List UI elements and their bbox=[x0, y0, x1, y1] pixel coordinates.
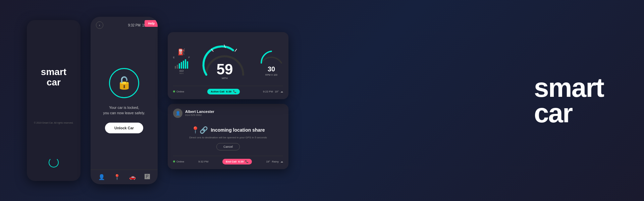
status-right: 9:22 PM 19° ☁ bbox=[263, 90, 283, 93]
fuel-label-e: E bbox=[173, 56, 175, 59]
location-subtitle: Direct ons to destination will be opened… bbox=[189, 136, 267, 139]
end-call-button[interactable]: End Call 6:39 📞 bbox=[222, 159, 252, 164]
rpm-arc bbox=[260, 46, 283, 65]
location-status: Online 9:32 PM End Call 6:39 📞 19° Rainy… bbox=[173, 156, 283, 164]
nav-person-icon[interactable]: 👤 bbox=[98, 174, 105, 180]
lock-time: 9:32 PM bbox=[128, 23, 141, 27]
online-badge: Online bbox=[173, 90, 184, 93]
help-button[interactable]: Help bbox=[145, 20, 158, 27]
online-dot bbox=[173, 90, 175, 92]
speed-unit: MPH bbox=[222, 77, 228, 80]
location-online-dot bbox=[173, 160, 175, 162]
screen-dashboard: ⛽ E F 322 bbox=[168, 32, 288, 99]
fuel-icon: ⛽ bbox=[178, 48, 185, 56]
user-avatar: 👤 bbox=[173, 109, 182, 118]
lock-nav: 👤 📍 🚗 🅿 bbox=[91, 170, 158, 184]
cloud-icon: ☁ bbox=[280, 90, 283, 93]
screen-lock: ‹ 9:32 PM 19° ☁ Help 🔓 Your car is locke… bbox=[91, 17, 158, 184]
fuel-labels: E F bbox=[173, 56, 190, 59]
back-button[interactable]: ‹ bbox=[96, 21, 103, 29]
rpm-value: 30 bbox=[268, 65, 275, 73]
location-user: 👤 Albert Lancester 014-529 0992 bbox=[173, 109, 283, 118]
location-icons: 📍🔗 bbox=[191, 126, 208, 134]
speed-value: 59 bbox=[217, 62, 233, 77]
user-info: Albert Lancester 014-529 0992 bbox=[185, 110, 214, 117]
splash-logo: smart car bbox=[41, 67, 66, 88]
screen-splash: smart car © 2019 Smart Car. All rights r… bbox=[27, 20, 80, 181]
fuel-reading: 322 MI/H bbox=[179, 69, 183, 74]
cancel-button[interactable]: Cancel bbox=[216, 143, 240, 150]
location-status-time: 9:32 PM bbox=[198, 160, 208, 163]
location-status-right: 19° Rainy ☁ bbox=[266, 160, 283, 163]
splash-loading-indicator bbox=[49, 157, 59, 168]
dashboard-screens: ⛽ E F 322 bbox=[168, 32, 288, 169]
phone-icon: 📞 bbox=[245, 160, 249, 163]
fuel-gauge: ⛽ E F 322 bbox=[173, 48, 190, 74]
main-container: smart car © 2019 Smart Car. All rights r… bbox=[0, 0, 644, 201]
lock-icon-circle: 🔓 bbox=[109, 68, 139, 98]
splash-logo-text: smart car bbox=[41, 67, 66, 88]
location-content: 📍🔗 Incoming location share Direct ons to… bbox=[173, 122, 283, 154]
nav-car-icon[interactable]: 🚗 bbox=[129, 174, 136, 180]
brand-logo: smart car bbox=[534, 75, 617, 126]
location-title: 📍🔗 Incoming location share bbox=[191, 126, 265, 134]
rpm-gauge: 30 RPM X 100 bbox=[260, 46, 283, 76]
lock-message: Your car is locked, you can now leave sa… bbox=[103, 105, 145, 116]
lock-header: ‹ 9:32 PM 19° ☁ Help bbox=[91, 17, 158, 31]
phone-icon: 📞 bbox=[233, 90, 236, 93]
dash-main: ⛽ E F 322 bbox=[173, 37, 283, 86]
active-call-button[interactable]: Active Call 6:39 📞 bbox=[207, 89, 240, 94]
brand-logo-text: smart car bbox=[534, 75, 604, 126]
screen-location: 👤 Albert Lancester 014-529 0992 📍🔗 Incom… bbox=[168, 104, 288, 169]
lock-content: 🔓 Your car is locked, you can now leave … bbox=[96, 31, 152, 170]
nav-parking-icon[interactable]: 🅿 bbox=[145, 174, 150, 180]
lock-icon: 🔓 bbox=[117, 76, 132, 90]
user-name: Albert Lancester bbox=[185, 110, 214, 114]
svg-line-2 bbox=[235, 49, 237, 52]
unlock-button[interactable]: Unlock Car bbox=[105, 123, 143, 133]
location-online-badge: Online bbox=[173, 160, 184, 163]
user-phone: 014-529 0992 bbox=[185, 114, 214, 117]
rpm-unit: RPM X 100 bbox=[265, 74, 277, 76]
splash-copyright: © 2019 Smart Car. All rights reserved. bbox=[34, 122, 73, 124]
dash-status: Online Active Call 6:39 📞 9:22 PM 19° ☁ bbox=[173, 86, 283, 94]
nav-location-icon[interactable]: 📍 bbox=[114, 174, 120, 180]
fuel-label-f: F bbox=[189, 56, 190, 59]
speedometer: 59 MPH bbox=[201, 43, 248, 80]
cloud-icon: ☁ bbox=[280, 160, 283, 163]
